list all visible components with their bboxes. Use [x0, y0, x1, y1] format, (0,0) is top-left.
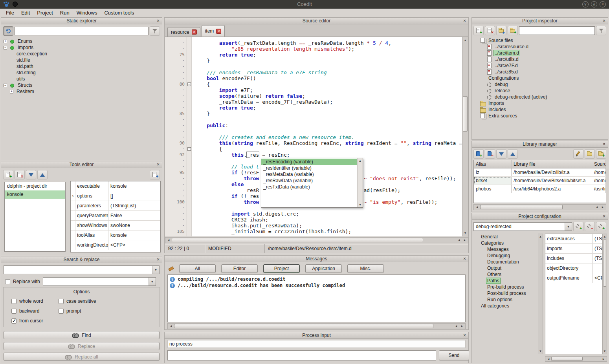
config-category-item-general[interactable]: General	[473, 234, 538, 240]
messages-horizontal-scrollbar[interactable]: ◂ ◂ ▸	[167, 323, 466, 329]
menu-item-run[interactable]: Run	[57, 9, 73, 16]
code-line[interactable]: return true;	[194, 105, 462, 111]
scroll-left-icon[interactable]: ◂	[453, 324, 459, 329]
property-row-workingdirectory[interactable]: workingDirectory<CFP>	[71, 240, 160, 250]
completion-item[interactable]: _resEncoding (variable)	[261, 159, 357, 165]
scroll-down-icon[interactable]: ▾	[462, 230, 468, 236]
remove-source-button[interactable]: ×	[485, 26, 495, 35]
inspector-item-debug[interactable]: debug	[473, 81, 606, 88]
tab-item[interactable]: item×	[202, 25, 225, 37]
tab-resource[interactable]: resource×	[167, 27, 200, 37]
column-header-library-file[interactable]: Library file	[512, 160, 592, 168]
menu-item-custom-tools[interactable]: Custom tools	[101, 9, 138, 16]
symbol-filter-input[interactable]	[15, 27, 149, 35]
menu-item-edit[interactable]: Edit	[18, 9, 33, 16]
filter-all[interactable]: All	[179, 264, 216, 273]
property-row-includes[interactable]: includes(TStringList)	[545, 254, 603, 263]
checkbox[interactable]	[11, 299, 17, 304]
close-icon[interactable]: ×	[462, 18, 467, 24]
property-row-imports[interactable]: imports(TStringList)	[545, 244, 603, 254]
option-whole-word[interactable]: whole word	[11, 298, 57, 304]
code-line[interactable]: this._res = resEnc;	[194, 152, 462, 158]
inspector-item-src-z85-d[interactable]: ../src/z85.d	[473, 69, 606, 75]
property-value[interactable]: (TStringList)	[592, 244, 603, 253]
property-row-showwindows[interactable]: showWindowsswoNone	[71, 221, 160, 230]
find-button[interactable]: Find	[4, 331, 160, 339]
scrollbar-thumb[interactable]	[463, 96, 468, 132]
add-folder-button[interactable]: +	[508, 26, 518, 35]
edit-library-button[interactable]	[573, 149, 583, 159]
config-category-item-documentation[interactable]: Documentation	[473, 259, 538, 265]
clone-tool-button[interactable]: +	[150, 170, 160, 179]
property-row-queryparameters[interactable]: queryParametersFalse	[71, 211, 160, 221]
scroll-right-icon[interactable]: ▸	[600, 205, 605, 210]
close-icon[interactable]: ×	[602, 141, 607, 147]
code-line[interactable]: CRC32 ihash;	[194, 217, 462, 223]
scroll-right-icon[interactable]: ▸	[459, 324, 465, 329]
replace-all-button[interactable]: Replace all	[4, 353, 160, 361]
scroll-up-icon[interactable]: ▴	[538, 234, 543, 239]
code-line[interactable]	[194, 117, 462, 123]
scroll-left-icon[interactable]: ◂	[594, 205, 600, 210]
menu-item-project[interactable]: Project	[33, 9, 56, 16]
add-library-button[interactable]: +	[473, 149, 484, 159]
config-category-item-post-build-process[interactable]: Post-build process	[473, 290, 538, 296]
property-value[interactable]: <CPP>	[592, 273, 603, 283]
category-tree-scrollbar[interactable]: ▴ ▾	[538, 234, 543, 354]
send-button[interactable]: Send	[439, 350, 469, 360]
code-line[interactable]: }	[194, 58, 462, 64]
explorer-item-std-string[interactable]: std.string	[3, 70, 160, 76]
property-value[interactable]: (TStringList)	[592, 254, 603, 263]
shade-icon[interactable]: ∨	[582, 1, 589, 7]
scrollbar-thumb[interactable]	[480, 205, 563, 209]
code-line[interactable]: public:	[194, 123, 462, 128]
scroll-up-icon[interactable]: ▴	[462, 38, 468, 43]
explorer-item-structs[interactable]: −Structs	[3, 82, 160, 88]
inspector-item-imports[interactable]: Imports	[473, 100, 606, 106]
scrollbar-thumb[interactable]	[172, 238, 423, 242]
code-line[interactable]: return true;	[194, 52, 462, 58]
inspector-item-extra-sources[interactable]: Extra sources	[473, 113, 606, 119]
code-line[interactable]	[194, 128, 462, 134]
close-icon[interactable]: ×	[602, 214, 607, 219]
checkbox[interactable]	[11, 318, 17, 324]
code-line[interactable]: {	[194, 146, 462, 152]
scroll-right-icon[interactable]: ▸	[462, 238, 468, 243]
move-library-down-button[interactable]	[496, 149, 506, 159]
scroll-down-icon[interactable]: ▾	[358, 202, 363, 207]
scroll-left-icon[interactable]: ◂	[166, 238, 171, 243]
search-term-combo[interactable]: ▾	[4, 265, 160, 274]
refresh-button[interactable]	[3, 26, 13, 36]
clone-configuration-button[interactable]: +	[596, 222, 606, 231]
code-line[interactable]: import e7F;	[194, 87, 462, 93]
option-prompt[interactable]: prompt	[59, 308, 160, 314]
collapse-icon[interactable]: −	[4, 46, 7, 49]
close-icon[interactable]: ×	[156, 162, 161, 167]
property-row-outputfilename[interactable]: outputFilename<CPP>	[545, 273, 603, 283]
delete-configuration-button[interactable]: −	[585, 222, 595, 231]
property-value[interactable]	[592, 263, 603, 273]
add-source-button[interactable]: +	[473, 26, 484, 35]
close-icon[interactable]: ×	[602, 18, 607, 24]
expand-icon[interactable]: +	[10, 90, 13, 93]
scroll-up-icon[interactable]: ▴	[603, 234, 607, 239]
move-library-up-button[interactable]	[508, 149, 518, 159]
config-category-item-run-options[interactable]: Run options	[473, 296, 538, 303]
tool-item-dolphin-project-dir[interactable]: dolphin - project dir	[5, 182, 65, 190]
fold-marker[interactable]: −	[187, 82, 191, 86]
message-row[interactable]: i/.../build/resource.d.coedit has been s…	[168, 282, 465, 289]
configuration-selector[interactable]: debug-redirected ▾	[473, 222, 572, 231]
property-value[interactable]: swoNone	[108, 221, 160, 230]
property-value[interactable]: <CFP>	[108, 240, 160, 250]
scrollbar-thumb[interactable]	[174, 324, 433, 328]
column-header-alias[interactable]: Alias	[474, 160, 512, 168]
editor-vertical-scrollbar[interactable]: ▴ ▾	[462, 37, 468, 236]
filter-options-button[interactable]	[596, 26, 606, 35]
open-library-folder-button[interactable]	[585, 149, 595, 159]
code-line[interactable]: {	[194, 81, 462, 87]
scrollbar-thumb[interactable]	[603, 240, 606, 287]
explorer-item-utils[interactable]: utils	[3, 76, 160, 82]
checkbox[interactable]	[59, 299, 64, 304]
menu-item-windows[interactable]: Windows	[73, 9, 101, 16]
option-backward[interactable]: backward	[11, 308, 57, 314]
